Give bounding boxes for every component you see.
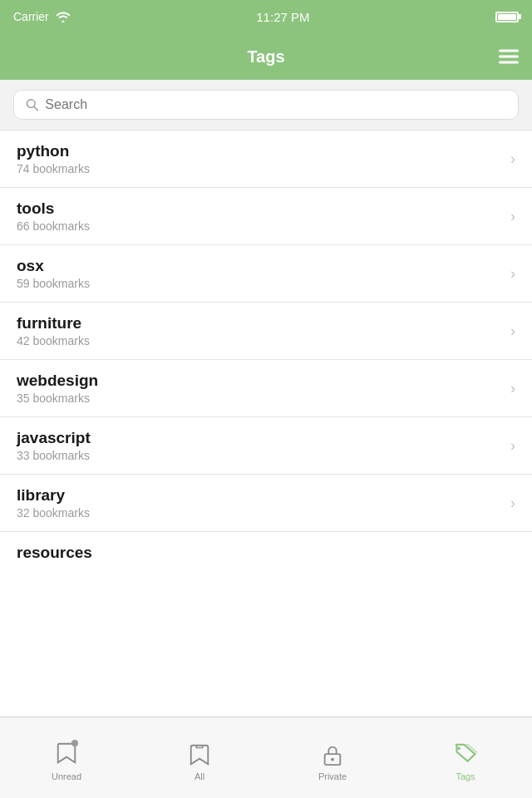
battery-fill xyxy=(498,14,516,20)
hamburger-line-1 xyxy=(499,50,519,52)
list-item[interactable]: library 32 bookmarks › xyxy=(0,475,532,532)
hamburger-line-3 xyxy=(499,62,519,64)
all-tab-icon xyxy=(188,741,211,768)
tab-all[interactable]: All xyxy=(133,717,266,798)
list-item[interactable]: javascript 33 bookmarks › xyxy=(0,417,532,475)
list-item-text: library 32 bookmarks xyxy=(17,486,90,520)
chevron-right-icon: › xyxy=(510,208,515,225)
list-item-text: furniture 42 bookmarks xyxy=(17,314,90,347)
status-time: 11:27 PM xyxy=(256,10,309,24)
private-tab-icon xyxy=(321,741,344,768)
all-icon xyxy=(190,743,209,766)
tag-name: library xyxy=(17,486,90,505)
search-icon xyxy=(26,98,38,111)
chevron-right-icon: › xyxy=(510,150,515,168)
list-item-text: osx 59 bookmarks xyxy=(17,257,90,290)
tags-tab-label: Tags xyxy=(456,771,475,781)
tag-count: 33 bookmarks xyxy=(17,449,91,462)
search-box[interactable] xyxy=(13,90,519,120)
search-container xyxy=(0,80,532,131)
battery-icon xyxy=(495,12,519,22)
unread-badge xyxy=(71,740,78,746)
list-item-text: python 74 bookmarks xyxy=(17,142,90,175)
tag-name: tools xyxy=(17,200,90,218)
menu-button[interactable] xyxy=(499,50,519,64)
tag-count: 74 bookmarks xyxy=(17,162,90,175)
hamburger-line-2 xyxy=(499,56,519,58)
status-left: Carrier xyxy=(13,10,71,23)
tag-count: 35 bookmarks xyxy=(17,392,98,405)
svg-point-3 xyxy=(331,757,334,761)
list-item[interactable]: tools 66 bookmarks › xyxy=(0,188,532,245)
tag-name: resources xyxy=(17,544,92,562)
list-item[interactable]: osx 59 bookmarks › xyxy=(0,245,532,303)
chevron-right-icon: › xyxy=(510,265,515,283)
tag-name: webdesign xyxy=(17,372,98,390)
tag-count: 42 bookmarks xyxy=(17,334,90,347)
chevron-right-icon: › xyxy=(510,495,515,512)
tag-count: 59 bookmarks xyxy=(17,277,90,290)
unread-icon-wrapper xyxy=(57,741,76,768)
all-tab-label: All xyxy=(195,771,204,781)
list-item-text: resources xyxy=(17,544,92,564)
list-item-text: tools 66 bookmarks xyxy=(17,200,90,233)
tag-name: furniture xyxy=(17,314,90,332)
status-right xyxy=(495,12,519,22)
tags-list: python 74 bookmarks › tools 66 bookmarks… xyxy=(0,131,532,569)
tab-tags[interactable]: Tags xyxy=(399,717,532,798)
list-item-text: webdesign 35 bookmarks xyxy=(17,372,98,405)
tags-tab-icon xyxy=(454,741,477,768)
search-input[interactable] xyxy=(45,97,506,112)
unread-tab-icon xyxy=(55,741,78,768)
svg-line-1 xyxy=(34,106,37,110)
list-item[interactable]: python 74 bookmarks › xyxy=(0,131,532,188)
chevron-right-icon: › xyxy=(510,380,515,397)
header: Tags xyxy=(0,33,532,80)
list-item[interactable]: webdesign 35 bookmarks › xyxy=(0,360,532,417)
private-tab-label: Private xyxy=(318,771,347,781)
tab-unread[interactable]: Unread xyxy=(0,717,133,798)
private-icon xyxy=(323,743,342,766)
chevron-right-icon: › xyxy=(510,437,515,455)
unread-tab-label: Unread xyxy=(52,771,81,781)
tag-name: osx xyxy=(17,257,90,275)
list-item-text: javascript 33 bookmarks xyxy=(17,429,91,462)
carrier-label: Carrier xyxy=(13,10,49,23)
tag-name: javascript xyxy=(17,429,91,447)
wifi-icon xyxy=(56,11,71,22)
status-bar: Carrier 11:27 PM xyxy=(0,0,532,33)
tab-bar: Unread All Private Tags xyxy=(0,717,532,798)
list-item-partial[interactable]: resources xyxy=(0,532,532,569)
chevron-right-icon: › xyxy=(510,323,515,340)
svg-point-4 xyxy=(457,746,461,750)
tag-name: python xyxy=(17,142,90,160)
tag-count: 32 bookmarks xyxy=(17,506,90,520)
tag-count: 66 bookmarks xyxy=(17,219,90,233)
tags-icon xyxy=(454,743,477,766)
list-item[interactable]: furniture 42 bookmarks › xyxy=(0,303,532,360)
page-title: Tags xyxy=(247,47,284,66)
tab-private[interactable]: Private xyxy=(266,717,399,798)
